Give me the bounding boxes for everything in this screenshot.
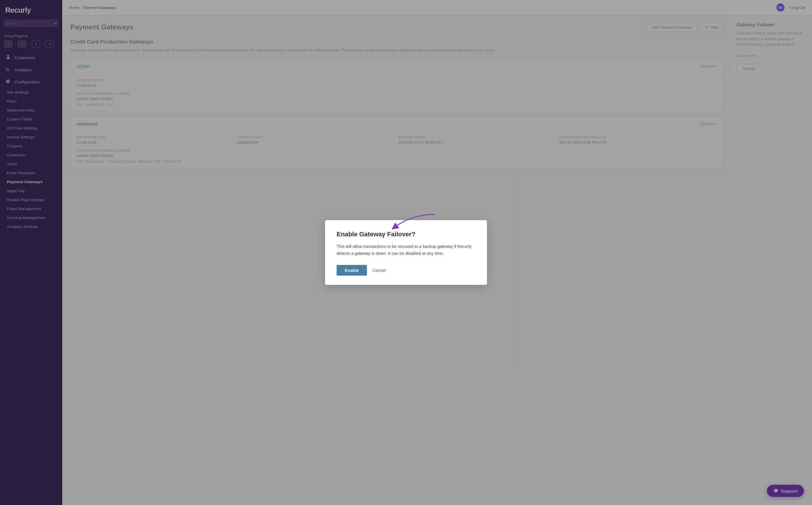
modal-cancel-button[interactable]: Cancel bbox=[372, 268, 386, 273]
enable-gateway-failover-modal: Enable Gateway Failover? This will allow… bbox=[325, 220, 487, 285]
arrow-annotation bbox=[389, 211, 441, 234]
modal-body: This will allow transactions to be rerou… bbox=[337, 243, 475, 257]
modal-actions: Enable Cancel bbox=[337, 265, 475, 276]
modal-enable-button[interactable]: Enable bbox=[337, 265, 367, 276]
modal-overlay: Enable Gateway Failover? This will allow… bbox=[0, 0, 812, 505]
